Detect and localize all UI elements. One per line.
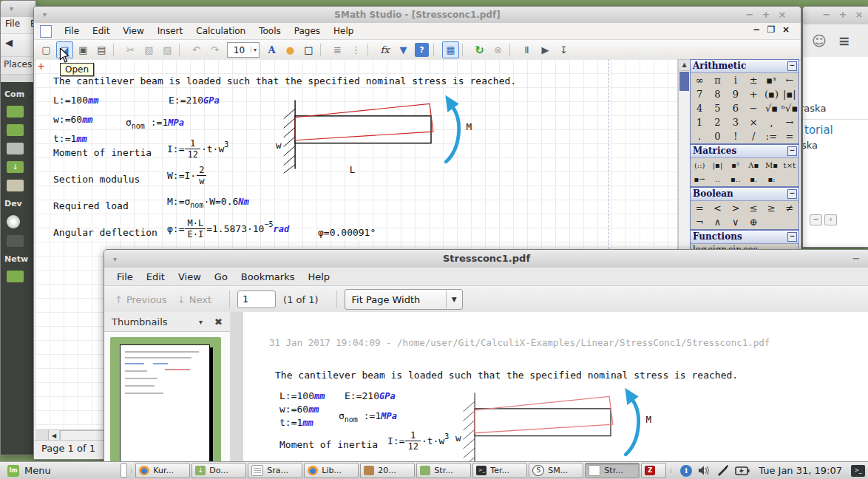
taskbar-window-str-folder[interactable]: Str... — [416, 463, 471, 478]
maximize-button[interactable]: + — [835, 7, 851, 23]
menu-item[interactable]: Help — [301, 270, 336, 284]
file-manager-titlebar[interactable]: ▾ — [1, 1, 35, 17]
math-key[interactable]: ! — [727, 129, 745, 143]
minimize-button[interactable]: − — [742, 7, 758, 23]
boolean-key[interactable]: ∨ — [727, 215, 745, 229]
math-key[interactable]: 6 — [727, 101, 745, 115]
menu-item[interactable]: View — [172, 270, 208, 284]
boolean-key[interactable]: ⊕ — [745, 215, 762, 229]
thumbnail-page-preview[interactable] — [120, 344, 210, 463]
next-page-button[interactable]: ↓ Next — [177, 294, 211, 305]
paste-button[interactable]: ▨ — [159, 41, 176, 58]
boolean-key[interactable]: ≤ — [745, 201, 762, 215]
print-button[interactable]: ▤ — [93, 41, 110, 58]
math-key[interactable]: 5 — [708, 101, 726, 115]
minimize-button[interactable]: − — [848, 250, 864, 268]
page-link-fragment[interactable]: torial — [804, 123, 833, 137]
menu-item[interactable]: Bookmarks — [234, 270, 302, 284]
minimize-button[interactable]: − — [818, 7, 835, 23]
menu-item[interactable]: Tools — [252, 24, 288, 38]
places-selector[interactable]: Places — [1, 57, 35, 75]
stop-button[interactable]: ⊗ — [489, 41, 506, 58]
math-key[interactable]: . — [691, 129, 708, 143]
matrix-key[interactable]: ▪: — [762, 172, 780, 186]
horizontal-align-button[interactable]: ≣ — [329, 41, 346, 58]
cut-button[interactable]: ✂ — [122, 41, 139, 58]
math-key[interactable]: 2 — [708, 115, 726, 129]
taskbar-window-kur[interactable]: Kur... — [135, 463, 190, 478]
collapse-panel-button[interactable]: − — [787, 232, 797, 242]
menu-item[interactable]: Insert — [151, 24, 189, 38]
math-key[interactable]: √▪ — [762, 101, 780, 115]
formula-angular-deflection[interactable]: φ:= M·LE·I =1.5873·10−5rad — [167, 218, 289, 239]
menu-item[interactable]: Edit — [86, 24, 116, 38]
definition-L[interactable]: L:=100mm — [53, 95, 98, 106]
menu-item[interactable]: Help — [327, 24, 360, 38]
desktop-icon[interactable] — [7, 124, 24, 136]
math-key[interactable]: 3 — [727, 115, 745, 129]
taskbar-window-str-pdf[interactable]: Str... — [585, 463, 640, 478]
math-key[interactable]: ± — [745, 73, 762, 87]
pause-button[interactable]: Ⅱ — [518, 41, 535, 58]
math-key[interactable]: (▪) — [762, 87, 780, 101]
update-manager-icon[interactable]: i — [680, 465, 692, 477]
recalculate-button[interactable]: ↻ — [471, 41, 488, 58]
taskbar-window-filezilla[interactable] — [641, 463, 666, 478]
input-tool-icon[interactable] — [716, 465, 729, 476]
collapse-panel-button[interactable]: − — [787, 61, 797, 71]
math-key[interactable]: i — [727, 73, 745, 87]
math-key[interactable]: − — [745, 101, 762, 115]
mdi-restore-button[interactable]: ❐ — [764, 24, 779, 35]
save-button[interactable]: ▣ — [75, 41, 92, 58]
font-size-selector[interactable]: 10 ▾ — [227, 42, 260, 58]
battery-icon[interactable] — [735, 466, 750, 476]
menu-item[interactable]: View — [116, 24, 150, 38]
mdi-close-button[interactable]: × — [779, 24, 793, 35]
filter-button[interactable]: ▼ — [395, 41, 412, 58]
window-menu-arrow-icon[interactable]: ▾ — [113, 251, 117, 268]
menu-button[interactable]: lm Menu — [0, 462, 58, 479]
trash-icon[interactable] — [7, 180, 24, 191]
taskbar-window-lib[interactable]: Lib... — [304, 463, 359, 478]
menu-item[interactable]: Calculation — [189, 24, 252, 38]
menu-item[interactable]: Pages — [288, 24, 327, 38]
taskbar-window-smath[interactable]: SM... — [529, 463, 583, 478]
math-key[interactable]: ⁿ√▪ — [781, 101, 799, 115]
scroll-up-button[interactable]: ▲ — [679, 60, 690, 71]
matrix-key[interactable]: |▪| — [708, 158, 726, 172]
mdi-minimize-button[interactable]: − — [749, 24, 764, 35]
step-button[interactable]: ↧ — [555, 41, 572, 58]
formula-required-load[interactable]: M:=σnom·W=0.6Nm — [167, 196, 249, 207]
menu-item[interactable]: Edit — [140, 270, 172, 284]
close-button[interactable]: × — [774, 7, 790, 23]
boolean-key[interactable]: = — [691, 201, 708, 215]
math-key[interactable]: 0 — [708, 129, 726, 143]
matrix-key[interactable]: t×t — [781, 158, 799, 172]
close-sidebar-icon[interactable]: ✖ — [214, 316, 223, 327]
matrix-key[interactable]: ▪. — [745, 172, 762, 186]
definition-w[interactable]: w:=60mm — [53, 114, 93, 125]
definition-E[interactable]: E:=210GPa — [169, 95, 220, 106]
collapse-button[interactable]: − — [810, 214, 822, 225]
pdf-titlebar[interactable]: ▾ Stressconc1.pdf − — [104, 250, 868, 268]
math-key[interactable]: 9 — [727, 87, 745, 101]
hard-disk-icon[interactable] — [7, 235, 24, 247]
boolean-key[interactable]: ¬ — [691, 215, 708, 229]
matrix-key[interactable]: ▪‥ — [727, 172, 745, 186]
taskbar-window-do[interactable]: Do... — [191, 463, 246, 478]
formula-section-modulus[interactable]: W:=I· 2w — [167, 165, 207, 186]
math-key[interactable]: = — [781, 129, 799, 143]
math-key[interactable]: ← — [781, 73, 799, 87]
menu-item[interactable]: File — [58, 24, 86, 38]
math-key[interactable]: 8 — [708, 87, 726, 101]
matrix-key[interactable]: ▪⇀ — [691, 172, 708, 186]
thumbnail-selected[interactable]: 1 — [110, 337, 221, 463]
previous-page-button[interactable]: ↑ Previous — [115, 294, 167, 305]
page-number-input[interactable]: 1 — [237, 291, 276, 308]
thumbnails-dropdown-icon[interactable]: ▾ — [199, 318, 203, 326]
network-icon[interactable] — [7, 271, 24, 282]
menu-item[interactable]: Go — [208, 270, 234, 284]
back-button[interactable]: ◀ — [5, 37, 13, 48]
play-button[interactable]: ▶ — [537, 41, 554, 58]
menu-item[interactable]: File — [5, 18, 20, 33]
